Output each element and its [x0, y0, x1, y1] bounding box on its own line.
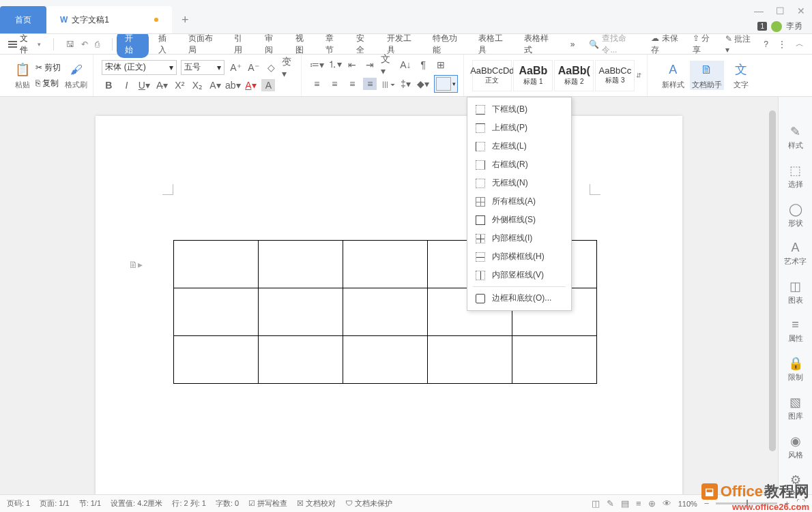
char-shading-icon[interactable]: A — [261, 79, 275, 91]
side-style[interactable]: ◉风格 — [788, 434, 803, 460]
view-globe-icon[interactable]: ⊕ — [648, 498, 656, 509]
menu-overflow[interactable]: » — [565, 37, 581, 51]
menu-security[interactable]: 安全 — [351, 31, 377, 58]
superscript-icon[interactable]: X² — [173, 79, 186, 91]
style-heading1[interactable]: AaBb标题 1 — [513, 60, 553, 91]
style-normal[interactable]: AaBbCcDd正文 — [472, 60, 512, 91]
font-size-select[interactable]: 五号▾ — [181, 60, 224, 75]
undo-icon[interactable]: ↶ — [81, 40, 88, 49]
underline-icon[interactable]: U▾ — [137, 79, 151, 91]
side-restrict[interactable]: 🔒限制 — [788, 356, 803, 382]
status-page-no[interactable]: 页码: 1 — [7, 498, 30, 509]
menu-table-style[interactable]: 表格样式 — [519, 31, 560, 58]
subscript-icon[interactable]: X₂ — [190, 79, 204, 91]
copy-button[interactable]: ⎘ 复制 — [35, 78, 61, 89]
save-icon[interactable]: 🖫 — [66, 40, 74, 49]
shrink-font-icon[interactable]: A⁻ — [246, 61, 260, 74]
align-justify-icon[interactable]: ≡ — [363, 78, 377, 90]
side-chart[interactable]: ◫图表 — [788, 279, 803, 305]
border-bottom-item[interactable]: 下框线(B) — [467, 100, 571, 119]
clear-format-icon[interactable]: ◇ — [264, 61, 278, 74]
cut-button[interactable]: ✂ 剪切 — [35, 62, 61, 74]
border-right-item[interactable]: 右框线(R) — [467, 155, 571, 174]
status-section[interactable]: 节: 1/1 — [79, 498, 101, 509]
side-shapes[interactable]: ◯形状 — [788, 202, 803, 228]
command-search[interactable]: 🔍 查找命令... — [584, 31, 641, 58]
border-shading-item[interactable]: 边框和底纹(O)... — [467, 289, 571, 307]
font-name-select[interactable]: 宋体 (正文)▾ — [102, 60, 177, 75]
menu-view[interactable]: 视图 — [290, 31, 317, 58]
phonetic-icon[interactable]: 变▾ — [282, 61, 295, 74]
tab-document[interactable]: W 文字文稿1 — [46, 6, 172, 33]
indent-dec-icon[interactable]: ⇤ — [345, 59, 359, 71]
italic-icon[interactable]: I — [119, 79, 133, 91]
menu-page-layout[interactable]: 页面布局 — [183, 31, 224, 58]
menu-sections[interactable]: 章节 — [320, 31, 347, 58]
font-color-icon[interactable]: A▾ — [244, 79, 257, 91]
border-inner-v-item[interactable]: 内部竖框线(V) — [467, 266, 571, 284]
view-print-icon[interactable]: ▤ — [621, 498, 629, 509]
align-center-icon[interactable]: ≡ — [328, 78, 341, 90]
status-position[interactable]: 设置值: 4.2厘米 — [111, 498, 162, 509]
menu-review[interactable]: 审阅 — [259, 31, 286, 58]
maximize-button[interactable]: ☐ — [776, 5, 785, 16]
border-inner-h-item[interactable]: 内部横框线(H) — [467, 247, 571, 266]
side-styles[interactable]: ✎样式 — [788, 124, 803, 151]
side-gallery[interactable]: ▧图库 — [788, 395, 803, 421]
user-area[interactable]: 1 李勇 — [757, 20, 802, 32]
shading-icon[interactable]: ◆▾ — [416, 78, 430, 90]
text-tool-button[interactable]: 文 文字 — [724, 61, 758, 90]
help-icon[interactable]: ? — [764, 40, 768, 49]
menu-insert[interactable]: 插入 — [153, 31, 179, 58]
distribute-icon[interactable]: ⫼▾ — [381, 78, 394, 90]
paste-button[interactable]: 📋 粘贴 — [14, 61, 31, 90]
view-web-icon[interactable]: ≡ — [636, 498, 641, 509]
status-line-col[interactable]: 行: 2 列: 1 — [172, 498, 206, 509]
zoom-level[interactable]: 110% — [678, 500, 697, 508]
style-heading3[interactable]: AaBbCc标题 3 — [595, 60, 635, 91]
bold-icon[interactable]: B — [102, 79, 115, 91]
tab-add[interactable]: + — [172, 6, 199, 33]
border-top-item[interactable]: 上框线(P) — [467, 119, 571, 137]
minimize-button[interactable]: — — [754, 5, 764, 16]
unsaved-button[interactable]: ☁ 未保存 — [651, 33, 683, 56]
style-expand-icon[interactable]: ⇵ — [636, 72, 641, 79]
status-page[interactable]: 页面: 1/1 — [40, 498, 69, 509]
status-wordcount[interactable]: 字数: 0 — [216, 498, 239, 509]
borders-dropdown[interactable]: ▾ — [434, 75, 458, 93]
numbering-icon[interactable]: ⒈▾ — [328, 59, 341, 71]
indent-inc-icon[interactable]: ⇥ — [363, 59, 377, 71]
share-button[interactable]: ⇪ 分享 — [693, 33, 716, 56]
doc-assistant-button[interactable]: 🗎 文档助手 — [690, 61, 724, 90]
border-left-item[interactable]: 左框线(L) — [467, 137, 571, 155]
view-reading-icon[interactable]: ✎ — [607, 498, 614, 509]
annotate-button[interactable]: ✎ 批注 ▾ — [725, 33, 754, 55]
border-all-item[interactable]: 所有框线(A) — [467, 192, 571, 211]
side-properties[interactable]: ≡属性 — [788, 318, 803, 344]
file-menu[interactable]: 文件 ▾ — [8, 33, 41, 56]
page-handle-icon[interactable]: 🗎▸ — [128, 259, 143, 270]
document-canvas[interactable]: 🗎▸ — [0, 97, 778, 494]
close-button[interactable]: ✕ — [797, 5, 805, 16]
align-left-icon[interactable]: ≡ — [310, 78, 323, 90]
side-wordart[interactable]: A艺术字 — [784, 241, 807, 267]
status-proofread[interactable]: ☒ 文档校对 — [297, 498, 336, 509]
vertical-scrollbar[interactable] — [767, 97, 778, 494]
align-right-icon[interactable]: ≡ — [345, 78, 359, 90]
style-heading2[interactable]: AaBb(标题 2 — [554, 60, 594, 91]
new-style-button[interactable]: A 新样式 — [656, 61, 690, 90]
scrollbar-thumb[interactable] — [769, 110, 776, 451]
tab-home[interactable]: 首页 — [0, 6, 46, 33]
side-select[interactable]: ⬚选择 — [788, 163, 803, 190]
text-direction-icon[interactable]: 文▾ — [381, 59, 394, 71]
view-eye-icon[interactable]: 👁 — [663, 498, 671, 509]
cell-split-icon[interactable]: ⊞ — [434, 59, 448, 71]
status-spellcheck[interactable]: ☑ 拼写检查 — [248, 498, 287, 509]
view-outline-icon[interactable]: ◫ — [592, 498, 600, 509]
text-effects-icon[interactable]: A▾ — [208, 79, 222, 91]
menu-table-tools[interactable]: 表格工具 — [473, 31, 514, 58]
page[interactable]: 🗎▸ — [96, 116, 682, 494]
sort-icon[interactable]: A↓ — [398, 59, 412, 71]
bullets-icon[interactable]: ≔▾ — [310, 59, 323, 71]
line-spacing-icon[interactable]: ‡▾ — [398, 78, 412, 90]
